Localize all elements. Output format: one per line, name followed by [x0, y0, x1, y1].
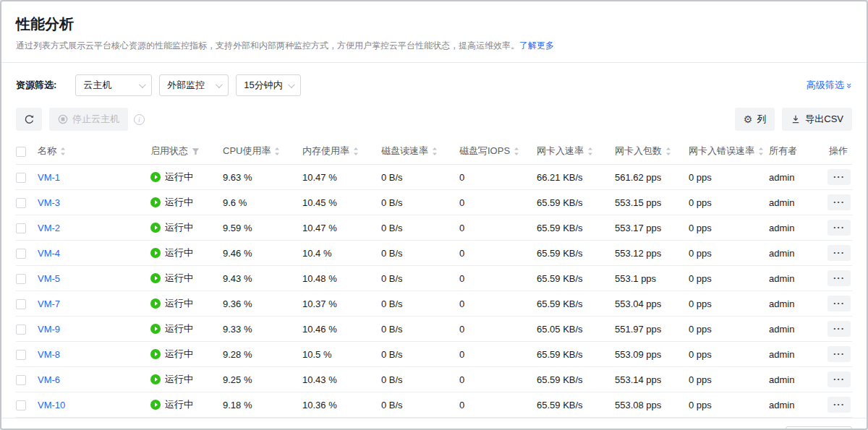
column-header-5[interactable]: 磁盘读速率 [381, 138, 459, 165]
row-actions-button[interactable]: ··· [827, 397, 851, 413]
table-row: VM-4运行中9.46 %10.4 %0 B/s065.59 KB/s553.1… [16, 241, 852, 266]
vm-name-link[interactable]: VM-8 [38, 349, 60, 360]
status-badge: 运行中 [150, 373, 214, 386]
row-actions-button[interactable]: ··· [827, 296, 851, 311]
row-checkbox[interactable] [16, 350, 26, 360]
row-checkbox-cell [16, 266, 38, 291]
filter-row: 资源筛选: 云主机 外部监控 15分钟内 高级筛选 » [1, 63, 867, 100]
vm-name-link[interactable]: VM-9 [38, 324, 60, 335]
vm-name-link[interactable]: VM-5 [38, 273, 60, 284]
column-header-cell: 内存使用率 [302, 145, 373, 158]
memory-usage-cell: 10.36 % [302, 392, 381, 418]
row-checkbox[interactable] [16, 173, 26, 183]
disk-read-rate-cell: 0 B/s [381, 190, 459, 215]
monitor-mode-select[interactable]: 外部监控 [159, 74, 229, 96]
column-label: CPU使用率 [223, 145, 271, 158]
resource-filter-label: 资源筛选: [16, 79, 56, 92]
status-label: 运行中 [165, 398, 193, 411]
net-in-error-rate-cell: 0 pps [689, 392, 769, 418]
row-checkbox[interactable] [16, 223, 26, 233]
column-header-9[interactable]: 网卡入错误速率 [689, 138, 769, 165]
advanced-filter-link[interactable]: 高级筛选 » [807, 79, 852, 92]
net-in-pps-cell: 553.04 pps [615, 291, 689, 317]
filter-funnel-icon [192, 147, 200, 155]
vm-name-cell: VM-3 [38, 190, 150, 215]
column-header-8[interactable]: 网卡入包数 [615, 138, 689, 165]
vm-name-link[interactable]: VM-6 [38, 374, 60, 385]
column-header-2[interactable]: 启用状态 [150, 138, 223, 165]
column-label: 操作 [829, 145, 848, 158]
row-checkbox[interactable] [16, 274, 26, 284]
vm-name-link[interactable]: VM-10 [38, 400, 65, 410]
running-status-icon [150, 223, 161, 233]
row-checkbox[interactable] [16, 249, 26, 259]
vm-name-cell: VM-1 [38, 165, 150, 190]
columns-button[interactable]: ⚙ 列 [735, 108, 775, 131]
status-cell: 运行中 [150, 215, 223, 241]
row-checkbox[interactable] [16, 299, 26, 309]
vm-name-cell: VM-2 [38, 215, 150, 241]
running-status-icon [150, 172, 161, 182]
running-status-icon [150, 349, 161, 359]
refresh-button[interactable] [16, 108, 42, 131]
net-in-rate-cell: 66.21 KB/s [537, 165, 615, 190]
column-label: 名称 [38, 145, 56, 158]
table-row: VM-2运行中9.59 %10.47 %0 B/s065.59 KB/s553.… [16, 215, 852, 241]
row-actions-button[interactable]: ··· [827, 245, 851, 261]
status-label: 运行中 [165, 322, 193, 335]
info-icon[interactable]: i [134, 114, 145, 125]
column-header-4[interactable]: 内存使用率 [302, 138, 381, 165]
disk-write-iops-cell: 0 [459, 190, 537, 215]
vm-name-link[interactable]: VM-1 [38, 172, 60, 183]
export-csv-button[interactable]: 导出CSV [782, 108, 852, 131]
row-actions-button[interactable]: ··· [827, 346, 851, 362]
vm-name-link[interactable]: VM-4 [38, 248, 60, 259]
page-size-select[interactable]: 10 项/页 [786, 426, 852, 430]
row-actions-button[interactable]: ··· [827, 194, 851, 210]
row-checkbox[interactable] [16, 400, 26, 410]
owner-cell: admin [769, 241, 822, 266]
column-header-1[interactable]: 名称 [38, 138, 150, 165]
select-all-header [16, 138, 38, 165]
row-checkbox[interactable] [16, 324, 26, 335]
column-header-cell: 网卡入错误速率 [689, 145, 760, 158]
stop-vm-label: 停止云主机 [72, 113, 119, 126]
row-actions-button[interactable]: ··· [827, 371, 851, 387]
net-in-rate-cell: 65.59 KB/s [537, 291, 615, 317]
stop-vm-button[interactable]: 停止云主机 [49, 108, 128, 131]
vm-name-cell: VM-10 [38, 392, 150, 418]
time-range-value: 15分钟内 [244, 79, 282, 92]
row-actions-button[interactable]: ··· [827, 220, 851, 236]
net-in-error-rate-cell: 0 pps [689, 241, 769, 266]
column-label: 启用状态 [150, 145, 188, 158]
status-cell: 运行中 [150, 367, 223, 392]
column-header-7[interactable]: 网卡入速率 [537, 138, 615, 165]
vm-name-cell: VM-9 [38, 317, 150, 342]
gear-icon: ⚙ [744, 114, 753, 124]
row-checkbox[interactable] [16, 198, 26, 208]
disk-read-rate-cell: 0 B/s [381, 241, 459, 266]
time-range-select[interactable]: 15分钟内 [236, 74, 301, 96]
net-in-rate-cell: 65.59 KB/s [537, 367, 615, 392]
status-badge: 运行中 [150, 398, 214, 411]
row-checkbox[interactable] [16, 375, 26, 385]
column-header-3[interactable]: CPU使用率 [223, 138, 302, 165]
column-header-6[interactable]: 磁盘写IOPS [459, 138, 537, 165]
learn-more-link[interactable]: 了解更多 [519, 40, 554, 51]
net-in-error-rate-cell: 0 pps [689, 266, 769, 291]
owner-cell: admin [769, 342, 822, 367]
vm-name-link[interactable]: VM-3 [38, 197, 60, 208]
row-actions-button[interactable]: ··· [827, 321, 851, 337]
status-cell: 运行中 [150, 342, 223, 367]
actions-cell: ··· [822, 317, 852, 342]
memory-usage-cell: 10.47 % [302, 215, 381, 241]
resource-type-select[interactable]: 云主机 [75, 74, 152, 96]
status-cell: 运行中 [150, 291, 223, 317]
column-header-cell: 网卡入包数 [615, 145, 680, 158]
vm-name-link[interactable]: VM-7 [38, 298, 60, 309]
select-all-checkbox[interactable] [16, 147, 26, 157]
row-actions-button[interactable]: ··· [827, 169, 851, 185]
vm-name-link[interactable]: VM-2 [38, 223, 60, 233]
owner-cell: admin [769, 291, 822, 317]
row-actions-button[interactable]: ··· [827, 270, 851, 286]
